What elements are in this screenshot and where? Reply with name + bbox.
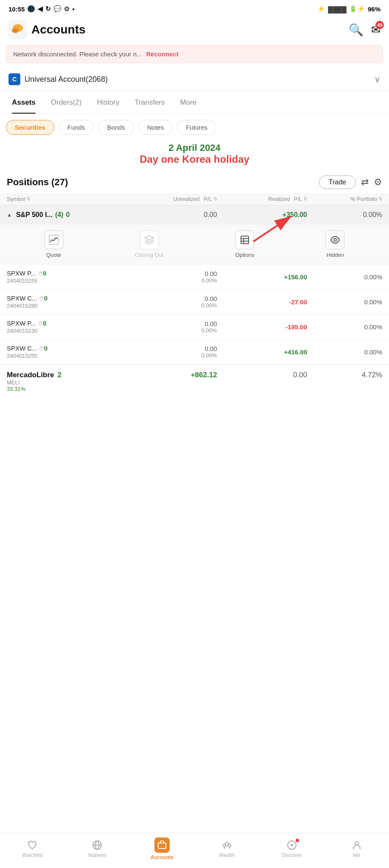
sort-icon[interactable]: ⇄ xyxy=(361,177,369,188)
location-icon: ◀ xyxy=(38,5,43,13)
pos-realized-4: +416.00 xyxy=(217,348,307,356)
col-symbol-header[interactable]: Symbol ⇅ xyxy=(7,196,127,202)
mail-badge: 49 xyxy=(375,21,384,29)
heart-icon xyxy=(27,840,38,851)
svg-point-16 xyxy=(225,842,229,846)
tab-history[interactable]: History xyxy=(90,92,127,114)
columns-header: Symbol ⇅ Unrealized P/L ⇅ Realized P/L ⇅… xyxy=(0,193,389,205)
options-label: Options xyxy=(235,252,255,258)
nav-markets[interactable]: Markets xyxy=(65,840,130,858)
subtab-securities[interactable]: Securities xyxy=(6,120,54,135)
holiday-label: Day one Korea holiday xyxy=(0,153,389,165)
options-icon xyxy=(235,231,254,249)
pos-portfolio-1: 0.00% xyxy=(307,273,382,281)
reconnect-button[interactable]: Reconnect xyxy=(146,50,179,58)
status-right: ⚡ ▓▓▓▓ 🔋⚡ 96% xyxy=(317,5,381,13)
pos-unrealized-1: 0.00 0.00% xyxy=(127,270,217,284)
mercado-unreal-sub: 33.31% xyxy=(7,386,127,392)
status-bar: 10:55 🌑 ◀ ↻ 💬 ⊙ • ⚡ ▓▓▓▓ 🔋⚡ 96% xyxy=(0,0,389,16)
position-row[interactable]: SPXW C... ⏱0 2404015255 0.00 0.00% +416.… xyxy=(0,339,389,364)
bottom-nav: Watchlist Markets Accounts xyxy=(0,833,389,868)
signal-icon: ▓▓▓▓ xyxy=(328,6,347,13)
search-button[interactable]: 🔍 xyxy=(349,23,364,37)
nav-watchlist[interactable]: Watchlist xyxy=(0,840,65,858)
mercadolibre-row[interactable]: MercadoLibre 2 MELI 33.31% +862.12 0.00 … xyxy=(0,364,389,398)
pos-realized-3: -195.00 xyxy=(217,323,307,331)
holiday-overlay: 2 April 2024 Day one Korea holiday xyxy=(0,141,389,170)
mercado-unrealized: +862.12 xyxy=(127,371,217,379)
col-realized-header[interactable]: Realized P/L ⇅ xyxy=(217,196,307,202)
col-unrealized-header[interactable]: Unrealized P/L ⇅ xyxy=(127,196,217,202)
pos-unrealized-4: 0.00 0.00% xyxy=(127,345,217,359)
header: Accounts 🔍 ✉ 49 xyxy=(0,16,389,45)
spx-qty: 0 xyxy=(66,211,70,219)
tab-assets[interactable]: Assets xyxy=(4,92,43,114)
header-actions: 🔍 ✉ 49 xyxy=(349,23,381,37)
subtab-futures[interactable]: Futures xyxy=(177,120,216,135)
position-row[interactable]: SPXW P... ⏱0 2404015230 0.00 0.00% -195.… xyxy=(0,314,389,339)
sort-realized-icon: ⇅ xyxy=(303,196,307,202)
accounts-icon xyxy=(157,840,167,850)
pos-portfolio-2: 0.00% xyxy=(307,298,382,306)
spx-name: S&P 500 I... xyxy=(16,211,53,219)
battery-percent: 96% xyxy=(368,6,381,13)
subtab-funds[interactable]: Funds xyxy=(59,120,94,135)
chevron-down-icon: ∨ xyxy=(374,74,381,84)
messenger-icon: 💬 xyxy=(53,5,62,13)
trade-button[interactable]: Trade xyxy=(319,175,356,189)
holiday-date: 2 April 2024 xyxy=(0,142,389,153)
settings-icon[interactable]: ⚙ xyxy=(374,177,382,188)
closing-out-button: Closing Out xyxy=(135,231,164,258)
dot-icon: • xyxy=(72,6,74,13)
spx-group-row[interactable]: ▲ S&P 500 I... (4) 0 0.00 +350.00 0.00% xyxy=(0,205,389,225)
mercado-symbol: MercadoLibre 2 MELI 33.31% xyxy=(7,371,127,392)
nav-accounts[interactable]: Accounts xyxy=(130,837,195,860)
sort-portfolio-icon: ⇅ xyxy=(378,196,382,202)
mercado-qty: 2 xyxy=(57,371,61,379)
hidden-button[interactable]: Hidden xyxy=(326,231,344,258)
status-left: 10:55 🌑 ◀ ↻ 💬 ⊙ • xyxy=(8,5,75,13)
positions-header: Positions (27) Trade ⇄ ⚙ xyxy=(0,170,389,193)
nav-me[interactable]: Me xyxy=(324,840,389,858)
mercado-realized: 0.00 xyxy=(217,371,307,379)
mail-button[interactable]: ✉ 49 xyxy=(371,23,381,36)
pos-symbol-3: SPXW P... ⏱0 2404015230 xyxy=(7,320,127,334)
page-title: Accounts xyxy=(31,23,86,36)
position-rows-container: SPXW P... ⏱0 2404015255 0.00 0.00% +156.… xyxy=(0,264,389,364)
me-icon xyxy=(351,840,362,851)
spx-unrealized: 0.00 xyxy=(127,211,217,219)
mercado-ticker: MELI xyxy=(7,379,127,386)
account-selector[interactable]: C Universal Account(2068) ∨ xyxy=(0,67,389,92)
quote-button[interactable]: Quote xyxy=(45,231,63,258)
wifi-icon: 🌑 xyxy=(27,5,35,13)
col-portfolio-header[interactable]: % Portfolio ⇅ xyxy=(307,196,382,202)
sort-unrealized-icon: ⇅ xyxy=(213,196,217,202)
quote-icon xyxy=(45,231,63,249)
nav-wealth[interactable]: Wealth xyxy=(194,840,259,858)
position-row[interactable]: SPXW P... ⏱0 2404015255 0.00 0.00% +156.… xyxy=(0,264,389,289)
battery-display: 🔋⚡ xyxy=(349,5,365,13)
mercado-name: MercadoLibre xyxy=(7,371,54,379)
closing-out-icon xyxy=(140,231,159,249)
quote-label: Quote xyxy=(46,252,61,258)
spx-count: (4) xyxy=(55,211,64,219)
nav-me-label: Me xyxy=(353,852,360,858)
options-button[interactable]: Options xyxy=(235,231,255,258)
markets-icon xyxy=(92,840,103,851)
pos-portfolio-4: 0.00% xyxy=(307,348,382,356)
mercado-portfolio: 4.72% xyxy=(307,371,382,379)
tab-transfers[interactable]: Transfers xyxy=(127,92,172,114)
tab-orders[interactable]: Orders(2) xyxy=(43,92,90,114)
sort-symbol-icon: ⇅ xyxy=(26,196,30,202)
header-left: Accounts xyxy=(8,20,86,39)
nav-markets-label: Markets xyxy=(88,852,106,858)
time-display: 10:55 xyxy=(8,6,25,13)
svg-rect-15 xyxy=(158,843,166,849)
position-row[interactable]: SPXW C... ⏱0 2404015280 0.00 0.00% -27.0… xyxy=(0,289,389,314)
nav-discover[interactable]: Discover xyxy=(259,840,324,858)
subtab-bonds[interactable]: Bonds xyxy=(98,120,134,135)
subtab-notes[interactable]: Notes xyxy=(138,120,173,135)
nav-wealth-label: Wealth xyxy=(219,852,235,858)
spx-realized: +350.00 xyxy=(217,211,307,219)
tab-more[interactable]: More xyxy=(173,92,204,114)
